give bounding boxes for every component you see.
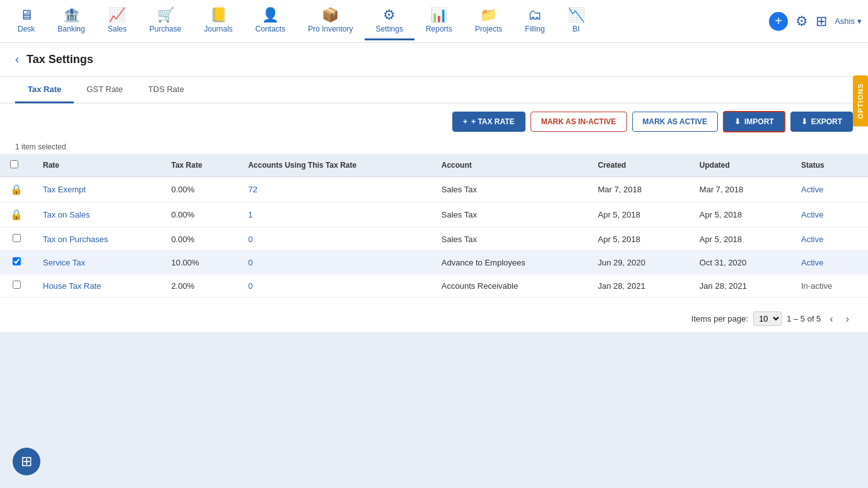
user-menu[interactable]: Ashis ▾ xyxy=(835,16,862,26)
user-name: Ashis xyxy=(835,16,855,26)
cell-rate[interactable]: Tax on Sales xyxy=(33,202,161,228)
rate-link[interactable]: Tax Exempt xyxy=(43,185,86,194)
grid-icon[interactable]: ⊞ xyxy=(816,13,827,30)
table-row: Tax on Purchases0.00%0Sales TaxApr 5, 20… xyxy=(0,228,868,251)
accounts-using-link[interactable]: 0 xyxy=(248,235,252,244)
action-bar: + + TAX RATE MARK AS IN-ACTIVE MARK AS A… xyxy=(0,103,868,140)
lock-icon: 🔒 xyxy=(10,184,23,195)
lock-icon: 🔒 xyxy=(10,209,23,220)
accounts-using-link[interactable]: 0 xyxy=(248,258,252,267)
row-select-cell[interactable] xyxy=(0,228,33,251)
rate-link[interactable]: Tax on Sales xyxy=(43,210,90,219)
cell-status[interactable]: Active xyxy=(791,228,868,251)
status-badge[interactable]: Active xyxy=(801,235,823,244)
rate-link[interactable]: Service Tax xyxy=(43,258,85,267)
nav-item-projects[interactable]: 📁 Projects xyxy=(464,2,513,40)
import-label: IMPORT xyxy=(744,117,774,126)
nav-item-purchase[interactable]: 🛒 Purchase xyxy=(138,2,193,40)
cell-accounts-using[interactable]: 0 xyxy=(238,251,431,274)
nav-item-filling[interactable]: 🗂 Filling xyxy=(513,2,556,40)
status-badge[interactable]: Active xyxy=(801,185,823,194)
nav-item-desk[interactable]: 🖥 Desk xyxy=(6,2,46,40)
row-checkbox[interactable] xyxy=(13,234,21,242)
options-tab[interactable]: OPTIONS xyxy=(853,76,868,127)
gear-icon[interactable]: ⚙ xyxy=(795,13,808,30)
tab-tds-rate[interactable]: TDS Rate xyxy=(136,77,197,103)
pagination: Items per page: 5 10 25 50 1 – 5 of 5 ‹ … xyxy=(0,305,868,332)
row-select-cell[interactable]: 🔒 xyxy=(0,177,33,202)
sales-icon: 📈 xyxy=(108,7,126,23)
cell-rate[interactable]: Service Tax xyxy=(33,251,161,274)
nav-item-settings[interactable]: ⚙ Settings xyxy=(365,2,414,40)
row-checkbox[interactable] xyxy=(13,257,21,265)
row-checkbox[interactable] xyxy=(13,281,21,289)
nav-label-contacts: Contacts xyxy=(255,25,285,33)
nav-item-bi[interactable]: 📉 BI xyxy=(556,2,596,40)
mark-inactive-button[interactable]: MARK AS IN-ACTIVE xyxy=(531,112,627,132)
nav-item-journals[interactable]: 📒 Journals xyxy=(192,2,243,40)
row-select-cell[interactable]: 🔒 xyxy=(0,202,33,228)
export-button[interactable]: ⬇ EXPORT xyxy=(790,112,853,132)
status-badge[interactable]: Active xyxy=(801,258,823,267)
cell-accounts-using[interactable]: 1 xyxy=(238,202,431,228)
cell-status[interactable]: Active xyxy=(791,177,868,202)
plus-icon: + xyxy=(463,117,467,126)
cell-tax-rate: 0.00% xyxy=(161,177,238,202)
nav-item-reports[interactable]: 📊 Reports xyxy=(414,2,464,40)
rate-link[interactable]: Tax on Purchases xyxy=(43,235,108,244)
cell-rate[interactable]: Tax Exempt xyxy=(33,177,161,202)
select-all-cell[interactable] xyxy=(0,154,33,177)
items-per-page-select[interactable]: 5 10 25 50 xyxy=(753,311,782,326)
filling-icon: 🗂 xyxy=(528,7,542,23)
nav-item-contacts[interactable]: 👤 Contacts xyxy=(244,2,296,40)
mark-active-button[interactable]: MARK AS ACTIVE xyxy=(632,112,718,132)
next-page-button[interactable]: › xyxy=(842,312,853,326)
accounts-using-link[interactable]: 1 xyxy=(248,210,252,219)
nav-label-reports: Reports xyxy=(426,25,452,33)
tab-tax-rate[interactable]: Tax Rate xyxy=(15,77,74,103)
add-button[interactable]: + xyxy=(769,12,788,31)
accounts-using-link[interactable]: 0 xyxy=(248,281,252,291)
cell-created: Apr 5, 2018 xyxy=(588,202,689,228)
prev-page-button[interactable]: ‹ xyxy=(826,312,836,326)
row-select-cell[interactable] xyxy=(0,251,33,274)
col-created: Created xyxy=(588,154,689,177)
import-button[interactable]: ⬇ IMPORT xyxy=(723,111,785,132)
select-all-checkbox[interactable] xyxy=(10,160,18,168)
nav-label-banking: Banking xyxy=(57,25,85,33)
row-select-cell[interactable] xyxy=(0,274,33,298)
banking-icon: 🏦 xyxy=(63,7,80,23)
tab-gst-rate[interactable]: GST Rate xyxy=(74,77,136,103)
accounts-using-link[interactable]: 72 xyxy=(248,185,257,194)
cell-tax-rate: 0.00% xyxy=(161,228,238,251)
cell-accounts-using[interactable]: 72 xyxy=(238,177,431,202)
cell-accounts-using[interactable]: 0 xyxy=(238,274,431,298)
bottom-grid-button[interactable]: ⊞ xyxy=(13,448,40,475)
cell-status[interactable]: Active xyxy=(791,202,868,228)
desk-icon: 🖥 xyxy=(20,7,33,23)
content-area: ‹ Tax Settings Tax Rate GST Rate TDS Rat… xyxy=(0,43,868,332)
nav-item-banking[interactable]: 🏦 Banking xyxy=(46,2,96,40)
nav-item-sales[interactable]: 📈 Sales xyxy=(97,2,138,40)
cell-rate[interactable]: Tax on Purchases xyxy=(33,228,161,251)
status-badge[interactable]: Active xyxy=(801,210,823,219)
cell-rate[interactable]: House Tax Rate xyxy=(33,274,161,298)
mark-inactive-label: MARK AS IN-ACTIVE xyxy=(541,117,616,126)
journals-icon: 📒 xyxy=(210,7,227,23)
col-status: Status xyxy=(791,154,868,177)
add-tax-rate-button[interactable]: + + TAX RATE xyxy=(452,112,525,132)
nav-item-pro-inventory[interactable]: 📦 Pro Inventory xyxy=(296,2,364,40)
cell-created: Mar 7, 2018 xyxy=(588,177,689,202)
nav-label-desk: Desk xyxy=(18,25,35,33)
rate-link[interactable]: House Tax Rate xyxy=(43,281,101,291)
table-row: House Tax Rate2.00%0Accounts ReceivableJ… xyxy=(0,274,868,298)
options-label: OPTIONS xyxy=(857,83,864,119)
cell-status[interactable]: In-active xyxy=(791,274,868,298)
cell-accounts-using[interactable]: 0 xyxy=(238,228,431,251)
back-button[interactable]: ‹ xyxy=(15,53,19,66)
status-badge: In-active xyxy=(801,281,832,291)
nav-label-settings: Settings xyxy=(376,25,403,33)
cell-status[interactable]: Active xyxy=(791,251,868,274)
nav-label-bi: BI xyxy=(572,25,579,33)
table-row: 🔒Tax on Sales0.00%1Sales TaxApr 5, 2018A… xyxy=(0,202,868,228)
